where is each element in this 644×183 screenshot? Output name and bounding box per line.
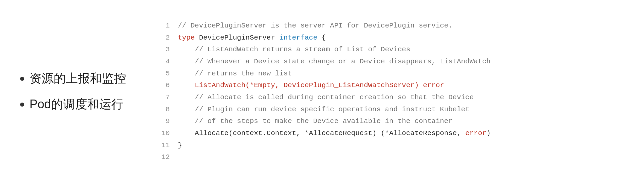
bullet-text: 资源的上报和监控 <box>30 70 126 87</box>
code-line: 7 // Allocate is called during container… <box>154 92 624 104</box>
code-segment: ) <box>486 129 491 137</box>
code-segment: // ListAndWatch returns a stream of List… <box>178 46 410 53</box>
bullet-dot <box>20 103 24 107</box>
line-content: Allocate(context.Context, *AllocateReque… <box>178 127 624 139</box>
line-number: 4 <box>154 56 178 68</box>
code-segment: // Allocate is called during container c… <box>178 94 474 101</box>
line-content: type DevicePluginServer interface { <box>178 32 624 44</box>
line-number: 11 <box>154 139 178 151</box>
line-content: // Allocate is called during container c… <box>178 92 624 104</box>
code-line: 11} <box>154 139 624 151</box>
code-line: 3 // ListAndWatch returns a stream of Li… <box>154 44 624 56</box>
code-block: 1// DevicePluginServer is the server API… <box>154 20 624 163</box>
code-segment: type <box>178 34 195 42</box>
line-number: 10 <box>154 127 178 139</box>
line-number: 2 <box>154 32 178 44</box>
code-line: 4 // Whenever a Device state change or a… <box>154 56 624 68</box>
line-number: 7 <box>154 92 178 104</box>
bullet-dot <box>20 77 24 81</box>
code-segment: // Whenever a Device state change or a D… <box>178 58 491 65</box>
code-segment: DevicePluginServer <box>195 34 279 42</box>
line-content: // Plugin can run device specific operat… <box>178 104 624 116</box>
line-number: 3 <box>154 44 178 56</box>
code-segment: // DevicePluginServer is the server API … <box>178 22 452 29</box>
line-content: // DevicePluginServer is the server API … <box>178 20 624 32</box>
code-line: 12 <box>154 151 624 163</box>
code-segment: Allocate(context.Context, *AllocateReque… <box>178 129 465 137</box>
bullet-text: Pod的调度和运行 <box>30 96 123 113</box>
line-content: // Whenever a Device state change or a D… <box>178 56 624 68</box>
line-content: // of the steps to make the Device avail… <box>178 115 624 127</box>
code-line: 10 Allocate(context.Context, *AllocateRe… <box>154 127 624 139</box>
code-segment: // Plugin can run device specific operat… <box>178 106 470 113</box>
code-panel: 1// DevicePluginServer is the server API… <box>154 20 624 163</box>
code-segment: interface <box>279 34 317 42</box>
line-content: ListAndWatch(*Empty, DevicePlugin_ListAn… <box>178 79 624 92</box>
line-number: 8 <box>154 104 178 116</box>
line-content: // returns the new list <box>178 68 624 80</box>
code-segment: error <box>465 129 486 137</box>
line-number: 9 <box>154 115 178 127</box>
code-segment: } <box>178 141 182 149</box>
line-content: } <box>178 139 624 151</box>
line-number: 5 <box>154 68 178 80</box>
line-number: 1 <box>154 20 178 32</box>
left-panel: 资源的上报和监控Pod的调度和运行 <box>20 70 127 113</box>
code-segment: // returns the new list <box>178 70 292 77</box>
code-line: 1// DevicePluginServer is the server API… <box>154 20 624 32</box>
line-number: 12 <box>154 151 178 163</box>
code-line: 2type DevicePluginServer interface { <box>154 32 624 44</box>
line-content: // ListAndWatch returns a stream of List… <box>178 44 624 56</box>
code-line: 9 // of the steps to make the Device ava… <box>154 115 624 127</box>
line-number: 6 <box>154 79 178 92</box>
page-container: 资源的上报和监控Pod的调度和运行 1// DevicePluginServer… <box>0 0 644 183</box>
code-segment: { <box>317 34 326 42</box>
bullet-item: Pod的调度和运行 <box>20 96 127 113</box>
code-segment: // of the steps to make the Device avail… <box>178 117 452 125</box>
bullet-item: 资源的上报和监控 <box>20 70 127 87</box>
code-segment: ListAndWatch(*Empty, DevicePlugin_ListAn… <box>178 81 444 89</box>
code-line: 8 // Plugin can run device specific oper… <box>154 104 624 116</box>
code-line: 6 ListAndWatch(*Empty, DevicePlugin_List… <box>154 79 624 92</box>
code-line: 5 // returns the new list <box>154 68 624 80</box>
line-content <box>178 151 624 163</box>
